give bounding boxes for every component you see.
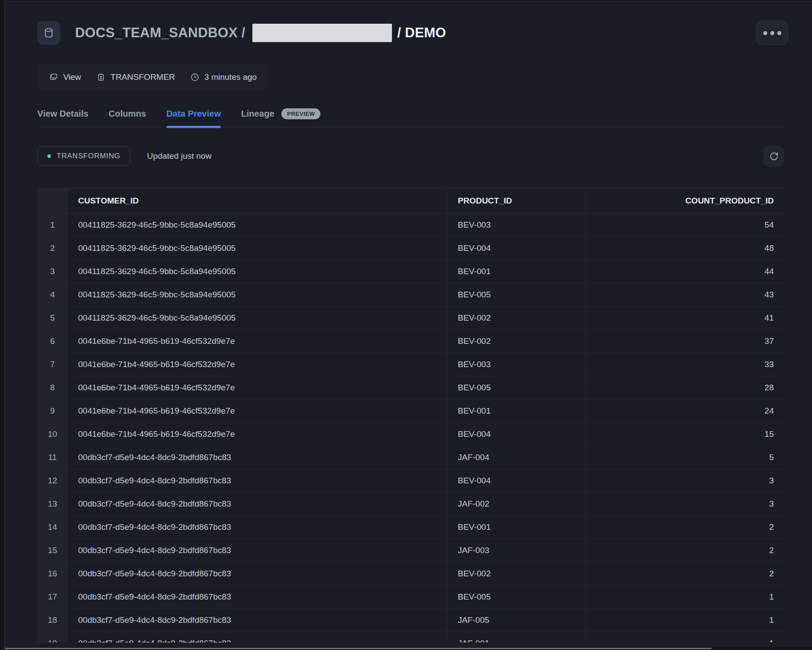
tab-label: Lineage	[241, 109, 274, 119]
status-dot-icon	[47, 154, 51, 158]
status-row: TRANSFORMING Updated just now	[37, 146, 788, 166]
redacted-schema-name	[252, 24, 392, 42]
customer-id-cell: 00db3cf7-d5e9-4dc4-8dc9-2bdfd867bc83	[68, 516, 447, 539]
row-number-cell: 9	[38, 400, 68, 423]
table-row[interactable]: 90041e6be-71b4-4965-b619-46cf532d9e7eBEV…	[38, 400, 787, 423]
table-row[interactable]: 60041e6be-71b4-4965-b619-46cf532d9e7eBEV…	[38, 330, 787, 353]
preview-badge: PREVIEW	[281, 108, 320, 119]
table-row[interactable]: 1900db3cf7-d5e9-4dc4-8dc9-2bdfd867bc83JA…	[38, 632, 787, 643]
more-options-button[interactable]	[756, 21, 788, 45]
table-row[interactable]: 100411825-3629-46c5-9bbc-5c8a94e95005BEV…	[38, 214, 787, 237]
row-number-cell: 11	[38, 446, 68, 469]
product-id-cell: JAF-002	[447, 493, 586, 516]
product-id-cell: BEV-001	[447, 260, 586, 283]
table-row[interactable]: 1600db3cf7-d5e9-4dc4-8dc9-2bdfd867bc83BE…	[38, 562, 787, 586]
table-row[interactable]: 100041e6be-71b4-4965-b619-46cf532d9e7eBE…	[38, 423, 787, 446]
count-product-id-cell: 33	[586, 353, 787, 376]
table-row[interactable]: 80041e6be-71b4-4965-b619-46cf532d9e7eBEV…	[38, 376, 787, 400]
object-role-label: TRANSFORMER	[111, 72, 175, 82]
database-icon	[37, 21, 60, 45]
count-product-id-cell: 15	[586, 423, 787, 446]
table-row[interactable]: 1300db3cf7-d5e9-4dc4-8dc9-2bdfd867bc83JA…	[38, 493, 787, 516]
table-body: 100411825-3629-46c5-9bbc-5c8a94e95005BEV…	[38, 214, 787, 643]
row-number-cell: 5	[38, 307, 68, 330]
row-number-cell: 10	[38, 423, 68, 446]
clock-icon	[190, 72, 200, 82]
customer-id-cell: 00db3cf7-d5e9-4dc4-8dc9-2bdfd867bc83	[68, 493, 447, 516]
updated-text: Updated just now	[147, 151, 212, 161]
customer-id-cell: 00db3cf7-d5e9-4dc4-8dc9-2bdfd867bc83	[68, 469, 447, 493]
product-id-cell: BEV-001	[447, 400, 586, 423]
product-id-cell: BEV-002	[447, 307, 586, 330]
refresh-button[interactable]	[764, 146, 784, 166]
object-type: View	[49, 72, 81, 82]
customer-id-cell: 0041e6be-71b4-4965-b619-46cf532d9e7e	[68, 423, 447, 446]
product-id-cell: BEV-001	[447, 516, 586, 539]
count-product-id-cell: 28	[586, 376, 787, 400]
row-number-cell: 1	[38, 214, 68, 237]
horizontal-scrollbar-thumb[interactable]	[5, 648, 711, 649]
customer-id-cell: 00db3cf7-d5e9-4dc4-8dc9-2bdfd867bc83	[68, 539, 447, 562]
count-product-id-cell: 1	[586, 632, 787, 643]
table-row[interactable]: 500411825-3629-46c5-9bbc-5c8a94e95005BEV…	[38, 307, 787, 330]
table-row[interactable]: 1400db3cf7-d5e9-4dc4-8dc9-2bdfd867bc83BE…	[38, 516, 787, 539]
product-id-cell: JAF-005	[447, 609, 586, 632]
row-number-cell: 19	[38, 632, 68, 643]
tab-lineage[interactable]: Lineage PREVIEW	[241, 107, 320, 127]
product-id-cell: BEV-002	[447, 562, 586, 586]
row-number-cell: 15	[38, 539, 68, 562]
column-header-customer-id[interactable]: CUSTOMER_ID	[68, 189, 447, 214]
customer-id-cell: 00411825-3629-46c5-9bbc-5c8a94e95005	[68, 283, 447, 307]
tab-view-details[interactable]: View Details	[37, 107, 88, 127]
count-product-id-cell: 2	[586, 562, 787, 586]
ellipsis-icon	[777, 31, 781, 35]
table-row[interactable]: 70041e6be-71b4-4965-b619-46cf532d9e7eBEV…	[38, 353, 787, 376]
object-header: DOCS_TEAM_SANDBOX / / DEMO	[37, 21, 788, 45]
count-product-id-cell: 43	[586, 283, 787, 307]
row-number-cell: 13	[38, 493, 68, 516]
customer-id-cell: 00411825-3629-46c5-9bbc-5c8a94e95005	[68, 307, 447, 330]
row-number-cell: 17	[38, 586, 68, 609]
table-row[interactable]: 300411825-3629-46c5-9bbc-5c8a94e95005BEV…	[38, 260, 787, 283]
main-panel: DOCS_TEAM_SANDBOX / / DEMO View	[4, 1, 812, 650]
tab-data-preview[interactable]: Data Preview	[166, 107, 221, 127]
table-row[interactable]: 1500db3cf7-d5e9-4dc4-8dc9-2bdfd867bc83JA…	[38, 539, 787, 562]
table-row[interactable]: 400411825-3629-46c5-9bbc-5c8a94e95005BEV…	[38, 283, 787, 307]
status-label: TRANSFORMING	[57, 152, 120, 161]
product-id-cell: JAF-004	[447, 446, 586, 469]
object-role: TRANSFORMER	[96, 72, 175, 82]
column-header-product-id[interactable]: PRODUCT_ID	[447, 189, 586, 214]
product-id-cell: BEV-004	[447, 423, 586, 446]
customer-id-cell: 0041e6be-71b4-4965-b619-46cf532d9e7e	[68, 400, 447, 423]
table-row[interactable]: 1700db3cf7-d5e9-4dc4-8dc9-2bdfd867bc83BE…	[38, 586, 787, 609]
row-number-header	[38, 189, 68, 214]
customer-id-cell: 00db3cf7-d5e9-4dc4-8dc9-2bdfd867bc83	[68, 632, 447, 643]
table-row[interactable]: 1200db3cf7-d5e9-4dc4-8dc9-2bdfd867bc83BE…	[38, 469, 787, 493]
table-row[interactable]: 1800db3cf7-d5e9-4dc4-8dc9-2bdfd867bc83JA…	[38, 609, 787, 632]
column-header-count-product-id[interactable]: COUNT_PRODUCT_ID	[586, 189, 787, 214]
count-product-id-cell: 3	[586, 469, 787, 493]
tab-label: Columns	[108, 109, 146, 119]
product-id-cell: BEV-005	[447, 586, 586, 609]
product-id-cell: BEV-003	[447, 353, 586, 376]
count-product-id-cell: 1	[586, 586, 787, 609]
customer-id-cell: 0041e6be-71b4-4965-b619-46cf532d9e7e	[68, 353, 447, 376]
table-row[interactable]: 1100db3cf7-d5e9-4dc4-8dc9-2bdfd867bc83JA…	[38, 446, 787, 469]
customer-id-cell: 0041e6be-71b4-4965-b619-46cf532d9e7e	[68, 330, 447, 353]
object-age-label: 3 minutes ago	[205, 72, 257, 82]
row-number-cell: 16	[38, 562, 68, 586]
title-prefix: DOCS_TEAM_SANDBOX /	[75, 25, 245, 41]
tab-columns[interactable]: Columns	[108, 107, 146, 127]
tab-label: View Details	[37, 109, 88, 119]
row-number-cell: 6	[38, 330, 68, 353]
customer-id-cell: 00db3cf7-d5e9-4dc4-8dc9-2bdfd867bc83	[68, 562, 447, 586]
title-suffix: / DEMO	[397, 25, 446, 41]
transforming-status-badge: TRANSFORMING	[37, 146, 130, 166]
table-header-row: CUSTOMER_ID PRODUCT_ID COUNT_PRODUCT_ID	[38, 189, 787, 214]
id-badge-icon	[96, 72, 106, 82]
table-row[interactable]: 200411825-3629-46c5-9bbc-5c8a94e95005BEV…	[38, 237, 787, 260]
count-product-id-cell: 48	[586, 237, 787, 260]
ellipsis-icon	[770, 31, 774, 35]
count-product-id-cell: 37	[586, 330, 787, 353]
product-id-cell: JAF-003	[447, 539, 586, 562]
